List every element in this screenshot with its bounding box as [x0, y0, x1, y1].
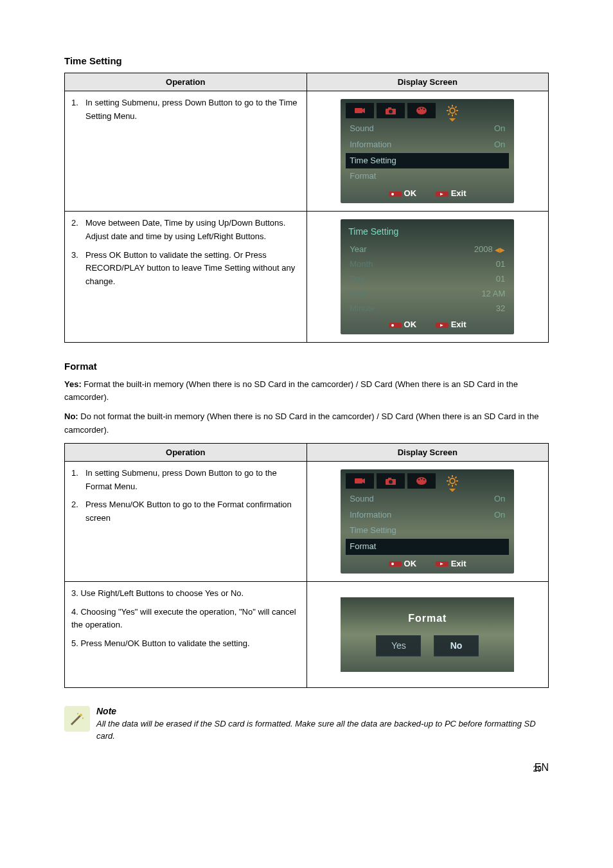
step-number: 1. [71, 96, 85, 123]
time-year[interactable]: Year2008 ◀▶ [346, 242, 509, 257]
dialog-title: Format [347, 610, 508, 627]
step-number: 3. [71, 249, 85, 289]
settings-menu: SoundOn InformationOn Time Setting Forma… [346, 491, 509, 555]
exit-hint: Exit [436, 187, 466, 201]
menu-information[interactable]: InformationOn [346, 507, 509, 523]
svg-rect-26 [355, 478, 362, 484]
step-number: 2. [71, 217, 85, 244]
menu-label: Information [350, 138, 391, 152]
step-text: 3. Use Right/Left Buttons to choose Yes … [71, 587, 300, 601]
menu-format[interactable]: Format [346, 168, 509, 185]
svg-rect-4 [388, 107, 391, 109]
svg-line-14 [449, 107, 450, 108]
format-yes-button[interactable]: Yes [376, 635, 421, 656]
menu-value: On [494, 122, 505, 136]
device-screen-settings: SoundOn InformationOn Time Setting Forma… [341, 99, 514, 203]
tab-camera[interactable] [377, 473, 405, 489]
step-text: In setting Submenu, press Down Button to… [85, 467, 300, 494]
tab-movie[interactable] [346, 473, 374, 489]
time-display-2: Time Setting Year2008 ◀▶ Month01 Day01 H… [306, 211, 549, 342]
time-display-1: SoundOn InformationOn Time Setting Forma… [306, 91, 549, 212]
svg-point-19 [391, 193, 394, 195]
device-footer: OK Exit [346, 318, 509, 332]
exit-label: Exit [451, 559, 466, 568]
page-footer: 29 EN [64, 762, 549, 773]
time-setting-heading: Time Setting [64, 55, 549, 66]
time-op-2: 2. Move between Date, Time by using Up/D… [65, 211, 307, 342]
time-op-1: 1. In setting Submenu, press Down Button… [65, 91, 307, 212]
format-heading: Format [64, 361, 549, 372]
step-text: Press Menu/OK Button to go to the Format… [85, 498, 300, 525]
device-screen-time: Time Setting Year2008 ◀▶ Month01 Day01 H… [341, 219, 514, 334]
tab-settings[interactable] [438, 473, 466, 489]
svg-point-33 [421, 478, 422, 479]
wand-icon [64, 706, 90, 732]
field-value: 01 [496, 258, 505, 271]
format-no-button[interactable]: No [434, 635, 479, 656]
rec-icon [389, 190, 402, 198]
menu-time-setting[interactable]: Time Setting [346, 153, 509, 169]
time-minute[interactable]: Minute32 [346, 302, 509, 316]
exit-label: Exit [451, 320, 466, 329]
step-text: 5. Press Menu/OK Button to validate the … [71, 637, 300, 651]
col-display: Display Screen [306, 73, 549, 91]
svg-rect-44 [389, 561, 402, 566]
menu-value: On [494, 138, 505, 152]
exit-hint: Exit [436, 557, 466, 571]
menu-time-setting[interactable]: Time Setting [346, 523, 509, 539]
tab-effects[interactable] [407, 473, 436, 489]
menu-label: Sound [350, 493, 374, 506]
menu-label: Time Setting [350, 524, 396, 538]
svg-point-45 [391, 563, 394, 565]
svg-line-42 [449, 484, 450, 485]
no-text: Do not format the built-in memory (When … [64, 411, 538, 434]
tab-settings[interactable] [438, 103, 466, 118]
tab-camera[interactable] [377, 103, 405, 118]
time-day[interactable]: Day01 [346, 272, 509, 287]
svg-point-34 [423, 479, 425, 480]
field-value: 2008 [474, 244, 493, 254]
device-screen-settings-format: SoundOn InformationOn Time Setting Forma… [341, 469, 514, 574]
menu-format[interactable]: Format [346, 539, 509, 555]
field-label: Month [350, 258, 373, 271]
menu-sound[interactable]: SoundOn [346, 121, 509, 137]
step-number: 2. [71, 498, 85, 525]
step-text: 4. Choosing "Yes" will execute the opera… [71, 606, 300, 633]
svg-rect-18 [389, 192, 402, 197]
exit-label: Exit [451, 188, 466, 198]
svg-rect-0 [355, 108, 362, 113]
palette-icon [416, 106, 427, 115]
svg-point-35 [450, 478, 455, 484]
svg-marker-27 [362, 478, 365, 484]
time-hour[interactable]: Hour12 AM [346, 287, 509, 302]
format-table: Operation Display Screen 1. In setting S… [64, 443, 549, 688]
field-label: Day [350, 273, 364, 286]
gear-icon [446, 475, 459, 487]
menu-sound[interactable]: SoundOn [346, 491, 509, 507]
svg-line-48 [71, 716, 80, 725]
rec-icon [389, 321, 402, 329]
movie-icon [354, 106, 366, 115]
menu-information[interactable]: InformationOn [346, 137, 509, 153]
tab-effects[interactable] [407, 103, 436, 118]
note-block: Note All the data will be erased if the … [64, 706, 549, 743]
page-content: Time Setting Operation Display Screen 1.… [0, 0, 613, 812]
menu-label: Sound [350, 122, 374, 136]
svg-rect-22 [389, 323, 402, 328]
field-label: Year [350, 243, 366, 257]
ok-label: OK [404, 559, 417, 568]
menu-label: Format [350, 170, 376, 183]
tab-movie[interactable] [346, 103, 374, 118]
menu-value: On [494, 509, 505, 522]
menu-label: Information [350, 509, 391, 522]
play-icon [436, 190, 449, 198]
field-value: 01 [496, 273, 505, 286]
note-heading: Note [96, 706, 549, 716]
time-month[interactable]: Month01 [346, 257, 509, 272]
format-op-1: 1. In setting Submenu, press Down Button… [65, 461, 307, 581]
step-number: 1. [71, 467, 85, 494]
step-text: Press OK Button to validate the setting.… [85, 249, 300, 289]
settings-menu: SoundOn InformationOn Time Setting Forma… [346, 121, 509, 185]
field-value: 12 AM [481, 287, 505, 301]
svg-point-3 [389, 110, 393, 114]
